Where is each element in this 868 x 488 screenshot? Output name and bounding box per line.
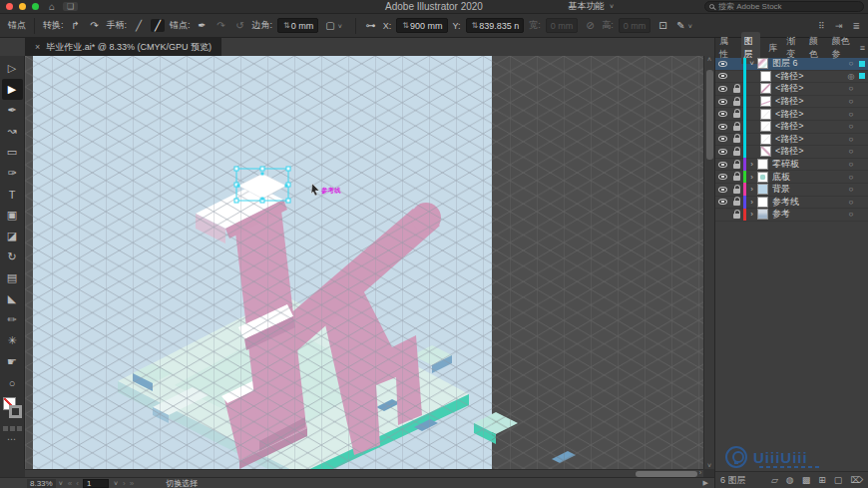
next-artboard-icon[interactable]: ›	[123, 479, 126, 488]
zoom-tool[interactable]: ○	[2, 372, 23, 393]
new-layer-icon[interactable]: ▢	[834, 475, 843, 485]
layer-name[interactable]: <路径>	[775, 120, 845, 133]
layer-thumbnail[interactable]	[760, 109, 771, 120]
layer-row-path[interactable]: <路径> ○	[715, 83, 868, 96]
visibility-toggle[interactable]	[715, 162, 730, 168]
lock-toggle[interactable]	[730, 173, 743, 181]
zoom-dropdown-icon[interactable]: ˅	[59, 480, 63, 487]
layer-row-path[interactable]: <路径> ◎	[715, 71, 868, 84]
layer-thumbnail[interactable]	[757, 172, 768, 183]
panel-menu-icon[interactable]: ≡	[860, 43, 865, 53]
target-circle-icon[interactable]: ○	[845, 185, 857, 194]
layer-thumbnail[interactable]	[757, 209, 768, 220]
layer-thumbnail[interactable]	[760, 83, 771, 94]
color-mode-icon[interactable]	[3, 426, 8, 431]
close-tab-icon[interactable]: ×	[35, 42, 40, 52]
scroll-down-icon[interactable]: ˅	[707, 462, 711, 469]
direct-selection-tool[interactable]: ▶	[2, 79, 23, 100]
layer-row-base-board[interactable]: › 底板 ○	[715, 171, 868, 184]
lock-toggle[interactable]	[730, 186, 743, 194]
canvas[interactable]: 参考线	[25, 56, 703, 469]
artboard-view[interactable]: 参考线	[25, 56, 703, 469]
workspace-switcher[interactable]: 基本功能 ˅	[568, 0, 617, 13]
target-circle-icon[interactable]: ○	[845, 173, 857, 182]
layer-name[interactable]: <路径>	[775, 133, 845, 146]
handles-hide-icon[interactable]: ╱	[132, 19, 146, 32]
align-dots-icon[interactable]: ⠿	[818, 21, 825, 31]
options-list-icon[interactable]: ≣	[852, 21, 860, 31]
target-circle-icon[interactable]: ○	[845, 210, 857, 219]
lock-toggle[interactable]	[730, 135, 743, 143]
visibility-toggle[interactable]	[715, 61, 730, 67]
handles-show-icon[interactable]: ╱	[151, 19, 165, 32]
target-circle-icon[interactable]: ○	[845, 59, 857, 68]
lock-toggle[interactable]	[730, 98, 743, 106]
new-sublayer-icon[interactable]: ⊞	[818, 475, 826, 485]
layer-thumbnail[interactable]	[757, 184, 768, 195]
expand-chevron-icon[interactable]: ›	[746, 198, 757, 207]
y-field[interactable]: ⇅ 839.835 n	[466, 18, 525, 33]
visibility-toggle[interactable]	[715, 136, 730, 142]
visibility-toggle[interactable]	[715, 199, 730, 205]
stylus-options-icon[interactable]: ✎˅	[674, 19, 696, 32]
layout-switch-icon[interactable]: ❏	[63, 2, 78, 11]
layer-row-path[interactable]: <路径> ○	[715, 108, 868, 121]
layer-row-guides[interactable]: › 参考线 ○	[715, 197, 868, 210]
stroke-swatch[interactable]	[9, 405, 22, 418]
target-circle-icon[interactable]: ○	[845, 122, 857, 131]
bounding-box-icon[interactable]: ▢˅	[323, 19, 347, 32]
prev-artboard-icon[interactable]: ‹	[76, 479, 79, 488]
convert-smooth-icon[interactable]: ↷	[88, 19, 102, 32]
layer-name[interactable]: <路径>	[775, 108, 845, 121]
target-circle-icon[interactable]: ○	[845, 97, 857, 106]
stepper-icon[interactable]: ⇅	[402, 21, 409, 30]
layer-name[interactable]: 参考	[772, 208, 845, 221]
expand-chevron-icon[interactable]: ›	[746, 185, 757, 194]
expand-chevron-icon[interactable]: ›	[746, 173, 757, 182]
layer-name[interactable]: <路径>	[775, 70, 845, 83]
status-play-icon[interactable]: ▶	[703, 479, 708, 487]
layer-row-background[interactable]: › 背景 ○	[715, 184, 868, 197]
none-mode-icon[interactable]	[17, 426, 22, 431]
layer-name[interactable]: <路径>	[775, 95, 845, 108]
scroll-up-icon[interactable]: ˄	[707, 56, 711, 63]
layer-name[interactable]: <路径>	[775, 145, 845, 158]
selection-tool[interactable]: ▷	[2, 58, 23, 79]
layer-row-path[interactable]: <路径> ○	[715, 134, 868, 147]
visibility-toggle[interactable]	[715, 111, 730, 117]
layer-thumbnail[interactable]	[760, 71, 771, 82]
target-circle-icon[interactable]: ○	[845, 198, 857, 207]
delete-layer-icon[interactable]: ⌦	[850, 475, 863, 485]
lock-toggle[interactable]	[730, 110, 743, 118]
layer-row-path[interactable]: <路径> ○	[715, 96, 868, 109]
stepper-icon[interactable]: ⇅	[283, 21, 290, 30]
visibility-toggle[interactable]	[715, 124, 730, 130]
zoom-level[interactable]: 8.33%	[27, 479, 56, 488]
layer-name[interactable]: 参考线	[772, 196, 845, 209]
eyedropper-tool[interactable]: ◣	[2, 288, 23, 309]
visibility-toggle[interactable]	[715, 86, 730, 92]
layer-name[interactable]: 底板	[772, 171, 845, 184]
collapse-chevron-icon[interactable]: ˅	[746, 59, 757, 68]
draw-mode-buttons[interactable]	[3, 426, 22, 431]
more-tools-icon[interactable]: ⋯	[7, 434, 17, 444]
first-artboard-icon[interactable]: «	[68, 479, 72, 488]
symbol-sprayer-tool[interactable]: ✳	[2, 330, 23, 351]
lock-toggle[interactable]	[730, 161, 743, 169]
rectangle-tool[interactable]: ▭	[2, 142, 23, 163]
close-window-button[interactable]	[6, 3, 13, 10]
visibility-toggle[interactable]	[715, 187, 730, 193]
make-mask-icon[interactable]: ▩	[802, 475, 811, 485]
lock-toggle[interactable]	[730, 85, 743, 93]
target-circle-icon[interactable]: ○	[845, 110, 857, 119]
layer-thumbnail[interactable]	[760, 96, 771, 107]
layer-thumbnail[interactable]	[757, 197, 768, 208]
visibility-toggle[interactable]	[715, 149, 730, 155]
horizontal-scrollbar[interactable]: ›	[25, 469, 703, 477]
layer-row-layer6[interactable]: ˅ 图层 6 ○	[715, 58, 868, 71]
locate-object-icon[interactable]: ◍	[786, 475, 794, 485]
target-circle-icon[interactable]: ○	[845, 84, 857, 93]
layer-name[interactable]: 图层 6	[772, 57, 845, 70]
type-tool[interactable]: T	[2, 184, 23, 205]
reference-point-icon[interactable]: ⊶	[364, 19, 378, 32]
